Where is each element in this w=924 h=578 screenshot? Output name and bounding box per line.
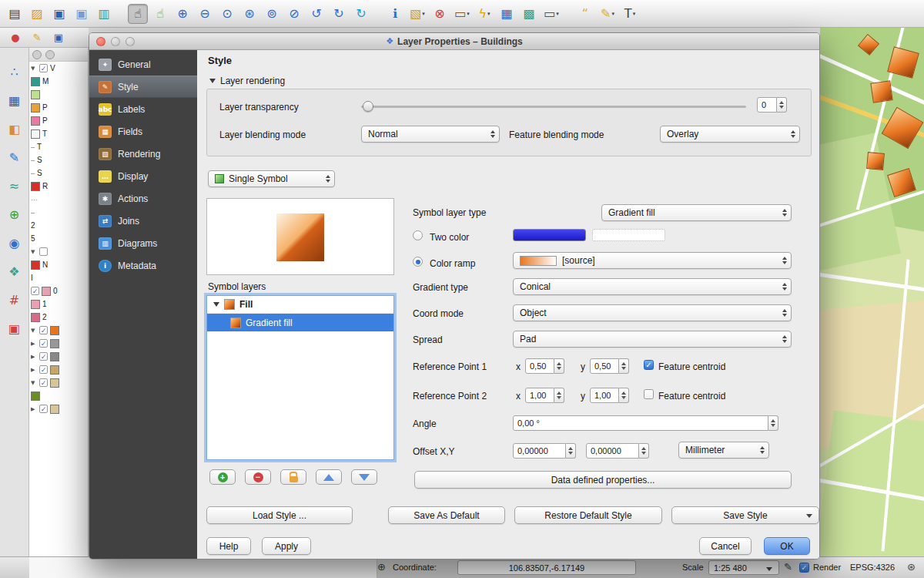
layer-row[interactable]: – T [29,140,88,153]
layer-rendering-header[interactable]: Layer rendering [209,76,285,86]
ref2-x-value[interactable]: 1,00 [525,388,554,403]
stepper-arrows-icon[interactable] [768,415,778,431]
sidebar-item-fields[interactable]: ▦ Fields [89,120,197,143]
layer-row[interactable]: ▶ ✓ [29,337,88,350]
vector-edit-icon[interactable]: ✎ [5,149,24,167]
new-annotation-icon[interactable]: ✎ ▾ [598,4,618,24]
layer-visibility-checkbox[interactable] [39,247,48,256]
measure-icon[interactable]: ▭ ▾ [452,4,472,24]
transparency-slider[interactable] [361,99,746,114]
scale-combo[interactable]: 1:25 480 [708,560,779,575]
layer-visibility-checkbox[interactable]: ✓ [39,339,48,348]
sidebar-item-labels[interactable]: abc Labels [89,98,197,120]
render-checkbox[interactable] [799,563,809,573]
stepper-arrows-icon[interactable] [619,388,629,403]
minimize-window-button[interactable] [111,37,120,46]
sidebar-item-diagrams[interactable]: ▥ Diagrams [89,232,197,254]
zoom-to-selection-icon[interactable]: ⊚ [262,4,282,24]
stepper-arrows-icon[interactable] [619,358,629,374]
zoom-out-icon[interactable]: ⊖ [195,4,215,24]
new-project-icon[interactable]: ▤ [5,4,25,24]
layer-row[interactable]: N [29,258,88,271]
vector-curve-icon[interactable]: ≈ [5,177,24,196]
color-ramp-select[interactable]: [source] [513,252,792,269]
layer-row[interactable]: – S [29,166,88,180]
color-ramp-radio[interactable] [413,257,423,267]
symbol-layers-tree[interactable]: Fill Gradient fill [206,295,394,460]
ref1-y-value[interactable]: 0,50 [590,358,619,374]
layer-diamond-icon[interactable]: ❖ [5,263,24,281]
save-project-icon[interactable]: ▣ [49,4,69,24]
ref1-x-spinbox[interactable]: 0,50 [525,358,564,374]
layer-row[interactable]: ▶ ✓ [29,402,88,415]
layer-row[interactable]: ▼ [29,245,88,258]
layer-row[interactable]: R [29,180,88,193]
zoom-full-icon[interactable]: ⊛ [239,4,259,24]
tree-selected-row[interactable]: Gradient fill [207,314,393,331]
layer-row[interactable]: 5 [29,232,88,245]
sidebar-item-rendering[interactable]: ▧ Rendering [89,143,197,165]
help-button[interactable]: Help [206,537,251,555]
layer-row[interactable]: ▶ ✓ [29,363,88,376]
spread-select[interactable]: Pad [513,331,792,348]
add-symbol-layer-button[interactable]: + [209,469,236,485]
color2-button[interactable] [592,229,665,241]
layer-visibility-checkbox[interactable]: ✓ [39,365,48,374]
save-as-default-button[interactable]: Save As Default [388,506,505,524]
save-template-icon[interactable]: ▥ [94,4,114,24]
stepper-arrows-icon[interactable] [554,358,564,374]
edit-icon[interactable]: ✎ [784,561,792,573]
cancel-button[interactable]: Cancel [699,537,752,555]
zoom-in-icon[interactable]: ⊕ [172,4,192,24]
map-canvas[interactable] [820,28,924,556]
ref2-y-value[interactable]: 1,00 [590,388,619,403]
panel-detach-icon[interactable] [45,50,55,59]
geo-globe-icon[interactable]: ⊕ [5,206,24,224]
coord-mode-select[interactable]: Object [513,304,792,321]
layer-row[interactable]: I [29,271,88,284]
deselect-icon[interactable]: ⊗ [430,4,450,24]
panel-close-icon[interactable] [32,50,42,59]
expand-arrow-icon[interactable]: ▼ [31,66,37,72]
layer-visibility-checkbox[interactable]: ✓ [39,405,48,413]
sidebar-item-actions[interactable]: ✱ Actions [89,187,197,210]
layer-visibility-checkbox[interactable]: ✓ [39,352,48,361]
color1-button[interactable] [513,229,586,241]
text-annotation-icon[interactable]: T ▾ [620,4,640,24]
vector-grid-icon[interactable]: ▦ [5,92,24,110]
vector-point-tool-icon[interactable]: ∴ [5,63,24,82]
crs-icon[interactable]: ⊛ [907,561,916,573]
run-feature-action-icon[interactable]: ϟ ▾ [474,4,494,24]
refresh-icon[interactable]: ↻ [351,4,371,24]
topology-icon[interactable]: # [5,291,24,310]
attribute-table-icon[interactable]: ▦ [497,4,517,24]
zoom-next-icon[interactable]: ↻ [329,4,349,24]
tree-group-row[interactable]: Fill [207,296,393,314]
layer-row[interactable]: 2 [29,311,88,324]
layer-row[interactable]: P [29,114,88,127]
restore-default-style-button[interactable]: Restore Default Style [514,506,662,524]
dialog-titlebar[interactable]: ❖ Layer Properties – Buildings [89,33,819,50]
transparency-value[interactable]: 0 [757,97,777,113]
raster-calculator-icon[interactable]: ▩ [519,4,539,24]
load-style-button[interactable]: Load Style ... [206,506,353,524]
toggle-editing-icon[interactable]: ✎ [29,30,45,45]
offset-x-spinbox[interactable]: 0,00000 [513,443,576,459]
symbol-layer-type-select[interactable]: Gradient fill [601,204,792,221]
pan-map-icon[interactable]: ☝ [128,4,148,24]
layer-row[interactable]: ▶ ✓ [29,350,88,363]
web-service-icon[interactable]: ◉ [5,234,24,253]
layer-row[interactable]: ▼ ✓ [29,376,88,389]
ref1-x-value[interactable]: 0,50 [525,358,554,374]
select-features-icon[interactable]: ▧ ▾ [407,4,427,24]
offset-y-value[interactable]: 0,00000 [586,443,639,459]
expand-arrow-icon[interactable]: ▶ [31,367,37,373]
feature-blending-select[interactable]: Overlay [660,126,800,143]
two-color-radio[interactable] [413,230,423,240]
expand-arrow-icon[interactable]: ▶ [31,354,37,360]
ref2-x-spinbox[interactable]: 1,00 [525,388,564,403]
sidebar-item-display[interactable]: … Display [89,165,197,187]
layer-row[interactable]: M [29,75,88,88]
layer-row[interactable]: – [29,206,88,219]
offset-y-spinbox[interactable]: 0,00000 [586,443,649,459]
